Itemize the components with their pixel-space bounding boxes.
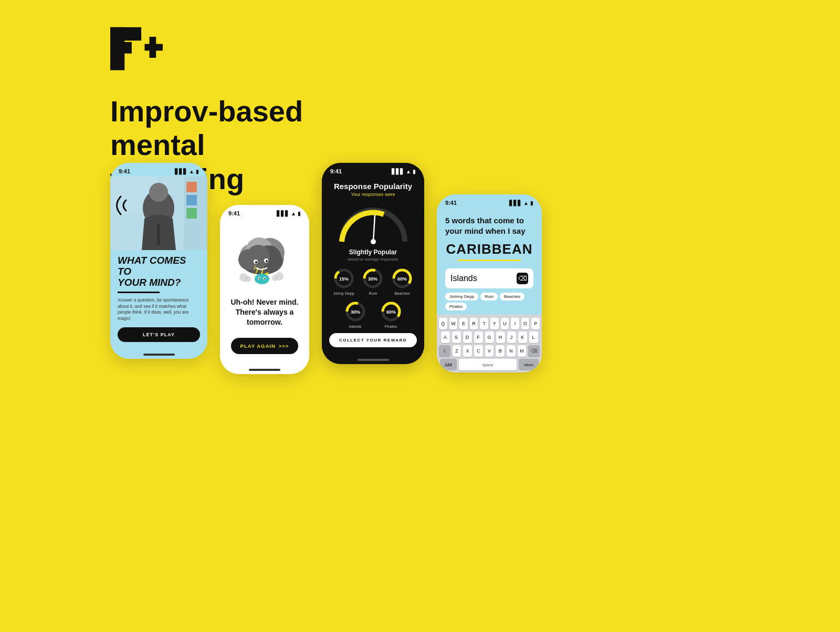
lets-play-button[interactable]: LET'S PLAY	[118, 327, 200, 342]
phone4-input-field[interactable]: Islands ⌫	[445, 268, 533, 288]
numbers-key[interactable]: 123	[440, 359, 457, 370]
phone-uh-oh: 9:41 ▋▋▋ ▲ ▮	[220, 205, 309, 374]
key-r[interactable]: R	[470, 318, 478, 329]
key-w[interactable]: W	[449, 318, 458, 329]
phone4-input-value: Islands	[450, 274, 477, 283]
delete-key[interactable]: ⌫	[528, 345, 540, 357]
phone1-status-icons: ▋▋▋ ▲ ▮	[175, 169, 199, 174]
donut-chart-beaches: 60%	[391, 267, 414, 290]
svg-rect-4	[150, 37, 156, 58]
key-n[interactable]: N	[507, 345, 516, 357]
phone3-subtitle: Your responses were	[329, 192, 417, 197]
space-key[interactable]: space	[459, 359, 517, 370]
play-again-button[interactable]: PLAY AGAIN >>>	[231, 338, 299, 354]
stat-islands: 30% Islands	[344, 300, 367, 329]
wifi-icon: ▲	[406, 169, 411, 174]
key-c[interactable]: C	[474, 345, 483, 357]
key-q[interactable]: Q	[439, 318, 447, 329]
key-z[interactable]: Z	[453, 345, 461, 357]
phone4-status-bar: 9:41 ▋▋▋ ▲ ▮	[437, 194, 542, 208]
key-x[interactable]: X	[463, 345, 472, 357]
delete-input-icon[interactable]: ⌫	[517, 273, 528, 284]
phone1-hero-image	[110, 177, 207, 250]
home-bar	[358, 359, 389, 361]
home-bar	[143, 354, 175, 356]
phone1-description: Answer a question, be spontaneous about …	[118, 297, 200, 323]
battery-icon: ▮	[196, 169, 199, 174]
key-e[interactable]: E	[459, 318, 468, 329]
svg-rect-11	[186, 182, 197, 192]
key-j[interactable]: J	[507, 331, 516, 343]
key-l[interactable]: L	[529, 331, 538, 343]
phone1-time: 9:41	[119, 168, 130, 174]
donut-chart-pirates: 60%	[380, 300, 403, 323]
keyboard-row-3: ⇧ Z X C V B N M ⌫	[439, 345, 540, 357]
svg-rect-1	[110, 27, 141, 40]
svg-rect-9	[157, 224, 160, 245]
phone1-title: WHAT COMES TO YOUR MIND?	[118, 255, 200, 288]
tag-johnny-depp: Johnny Depp	[445, 293, 478, 301]
collect-reward-button[interactable]: COLLECT YOUR REWARD	[329, 333, 417, 347]
key-y[interactable]: Y	[490, 318, 499, 329]
phone4-time: 9:41	[445, 200, 457, 206]
svg-point-36	[264, 278, 265, 279]
key-s[interactable]: S	[452, 331, 461, 343]
tag-pirates: Pirates	[445, 303, 467, 310]
key-d[interactable]: D	[463, 331, 472, 343]
phone2-status-icons: ▋▋▋ ▲ ▮	[277, 211, 301, 216]
phone4-tags: Johnny Depp Rum Beaches Pirates	[445, 293, 533, 310]
phone3-status-bar: 9:41 ▋▋▋ ▲ ▮	[322, 163, 424, 177]
stat-johny-depp: 15% Johny Depp	[332, 267, 355, 296]
phone4-word: CARIBBEAN	[445, 241, 533, 257]
key-h[interactable]: H	[496, 331, 505, 343]
phone4-keyboard: Q W E R T Y U I O P A S D F G H J K L	[437, 315, 542, 372]
key-o[interactable]: O	[521, 318, 530, 329]
phone3-time: 9:41	[330, 168, 342, 174]
svg-point-38	[371, 239, 376, 244]
battery-icon: ▮	[530, 200, 533, 206]
stat-beaches: 60% Beaches	[391, 267, 414, 296]
phone2-message: Uh-oh! Never mind. There's always a tomo…	[230, 297, 298, 327]
phone2-status-bar: 9:41 ▋▋▋ ▲ ▮	[220, 205, 309, 219]
phone2-home-indicator	[220, 365, 309, 374]
svg-text:60%: 60%	[397, 276, 407, 282]
svg-point-32	[255, 274, 269, 284]
battery-icon: ▮	[413, 169, 416, 174]
svg-point-29	[245, 276, 251, 282]
key-b[interactable]: B	[496, 345, 505, 357]
key-f[interactable]: F	[474, 331, 483, 343]
phone1-content: WHAT COMES TO YOUR MIND? Answer a questi…	[110, 250, 207, 349]
brand-logo	[110, 26, 163, 74]
svg-line-37	[373, 215, 375, 242]
phone-caribbean: 9:41 ▋▋▋ ▲ ▮ 5 words that come to your m…	[437, 194, 542, 372]
wifi-icon: ▲	[189, 169, 194, 174]
return-key[interactable]: return	[519, 359, 539, 370]
phone3-title: Response Popularity	[329, 182, 417, 191]
stat-label-johny: Johny Depp	[333, 291, 354, 296]
key-t[interactable]: T	[480, 318, 488, 329]
gauge-sublabel: based on average responses	[329, 257, 417, 262]
stat-label-beaches: Beaches	[395, 291, 410, 296]
svg-point-26	[255, 261, 257, 263]
key-i[interactable]: I	[511, 318, 519, 329]
phone3-status-icons: ▋▋▋ ▲ ▮	[392, 169, 416, 174]
key-p[interactable]: P	[531, 318, 540, 329]
key-v[interactable]: V	[485, 345, 494, 357]
gauge-chart	[329, 202, 417, 244]
svg-rect-13	[186, 208, 197, 219]
key-u[interactable]: U	[501, 318, 509, 329]
key-m[interactable]: M	[518, 345, 527, 357]
stat-label-rum: Rum	[369, 291, 377, 296]
key-g[interactable]: G	[485, 331, 494, 343]
key-a[interactable]: A	[441, 331, 450, 343]
stats-row-2: 30% Islands 60% Pirates	[329, 300, 417, 329]
phone-what-comes-to-mind: 9:41 ▋▋▋ ▲ ▮	[110, 163, 207, 359]
svg-point-35	[259, 278, 260, 279]
phones-container: 9:41 ▋▋▋ ▲ ▮	[110, 163, 542, 374]
battery-icon: ▮	[298, 211, 301, 216]
key-k[interactable]: K	[518, 331, 527, 343]
shift-key[interactable]: ⇧	[439, 345, 450, 357]
phone1-status-bar: 9:41 ▋▋▋ ▲ ▮	[110, 163, 207, 177]
wifi-icon: ▲	[291, 211, 296, 216]
donut-chart-rum: 30%	[361, 267, 384, 290]
